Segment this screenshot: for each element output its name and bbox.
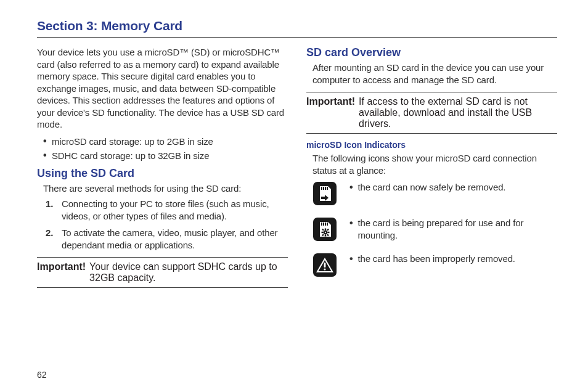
svg-rect-15: [327, 232, 329, 233]
important-label: Important!: [37, 261, 86, 284]
important-text: Your device can support SDHC cards up to…: [89, 261, 288, 284]
right-column: SD card Overview After mounting an SD ca…: [306, 46, 557, 288]
sd-safe-remove-icon: [312, 181, 337, 206]
step-text: Connecting to your PC to store files (su…: [62, 198, 288, 222]
bullet-dot: •: [349, 217, 353, 241]
overview-text: After mounting an SD card in the device …: [312, 62, 557, 86]
step-1: 1. Connecting to your PC to store files …: [46, 198, 288, 222]
using-sd-steps: 1. Connecting to your PC to store files …: [46, 198, 288, 251]
indicator-safe-remove: • the card can now safely be removed.: [312, 181, 557, 206]
indicator-preparing: • the card is being prepared for use and…: [312, 217, 557, 242]
svg-rect-3: [325, 187, 326, 190]
indicator-improper-remove: • the card has been improperly removed.: [312, 253, 557, 277]
section-title: Section 3: Memory Card: [37, 18, 557, 33]
overview-heading: SD card Overview: [306, 46, 557, 59]
important-block-right: Important! If access to the external SD …: [306, 92, 557, 134]
svg-rect-9: [325, 223, 326, 226]
bullet-dot: •: [349, 181, 353, 194]
svg-rect-10: [327, 223, 328, 226]
svg-rect-1: [321, 187, 322, 190]
step-number: 2.: [46, 227, 55, 251]
bullet-dot: •: [349, 253, 353, 266]
svg-rect-24: [324, 263, 326, 267]
indicator-text: the card has been improperly removed.: [357, 253, 515, 266]
indicators-heading: microSD Icon Indicators: [306, 140, 557, 150]
bullet-microsd: microSD card storage: up to 2GB in size: [43, 136, 288, 148]
divider-top: [37, 37, 557, 38]
warning-icon: [312, 253, 337, 277]
page-number: 62: [37, 370, 47, 380]
important-text: If access to the external SD card is not…: [359, 96, 557, 129]
using-sd-heading: Using the SD Card: [37, 167, 288, 180]
svg-rect-13: [325, 234, 326, 236]
indicator-list: • the card can now safely be removed.: [312, 181, 557, 277]
svg-rect-14: [322, 232, 324, 233]
svg-rect-4: [327, 187, 328, 190]
svg-rect-8: [323, 223, 324, 226]
indicator-text: the card is being prepared for use and f…: [357, 217, 557, 241]
svg-rect-2: [323, 187, 324, 190]
storage-bullets: microSD card storage: up to 2GB in size …: [43, 136, 288, 162]
bullet-sdhc: SDHC card storage: up to 32GB in size: [43, 150, 288, 162]
step-text: To activate the camera, video, music pla…: [62, 227, 288, 251]
svg-rect-7: [321, 223, 322, 226]
intro-paragraph: Your device lets you use a microSD™ (SD)…: [37, 46, 288, 131]
left-column: Your device lets you use a microSD™ (SD)…: [37, 46, 288, 288]
indicator-text: the card can now safely be removed.: [357, 181, 505, 194]
important-label: Important!: [306, 96, 355, 129]
using-sd-intro: There are several methods for using the …: [43, 182, 288, 195]
svg-rect-12: [325, 229, 326, 231]
content-columns: Your device lets you use a microSD™ (SD)…: [37, 46, 557, 288]
step-2: 2. To activate the camera, video, music …: [46, 227, 288, 251]
svg-point-20: [325, 232, 326, 233]
svg-point-25: [324, 268, 325, 270]
step-number: 1.: [46, 198, 55, 222]
indicators-intro: The following icons show your microSD ca…: [312, 152, 557, 176]
sd-preparing-icon: [312, 217, 337, 242]
important-block-left: Important! Your device can support SDHC …: [37, 257, 288, 288]
